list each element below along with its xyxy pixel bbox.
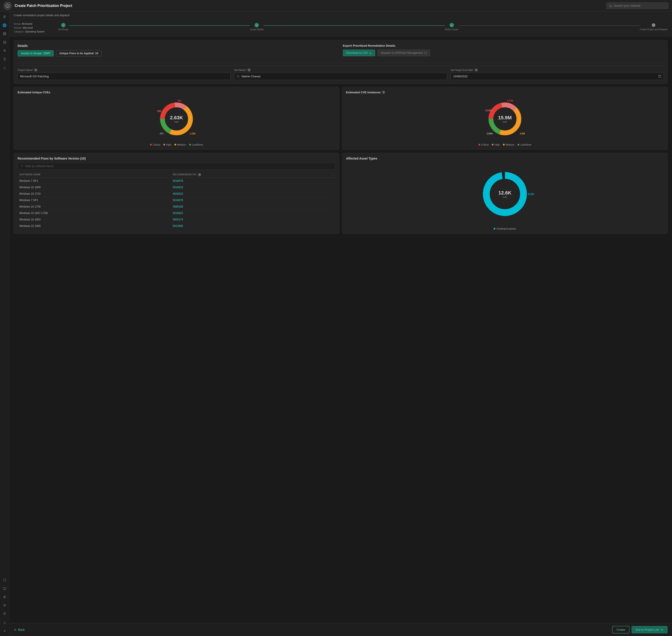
step-label-4: Create Project and Dispatch	[640, 28, 668, 31]
filter-icon	[20, 165, 23, 167]
sidebar-icon-dashboard[interactable]	[1, 30, 8, 37]
download-csv-button[interactable]: Download as CSV	[343, 49, 375, 56]
legend-label-medium: Medium	[177, 143, 186, 146]
inst-label-critical-text: Critical	[481, 143, 489, 146]
fix-link-cell[interactable]: 4520010	[171, 191, 335, 197]
end-date-input[interactable]: 10/08/2022	[451, 73, 664, 80]
sidebar-icon-monitor[interactable]	[1, 585, 8, 592]
sidebar-icon-menu[interactable]: ≡	[1, 627, 8, 634]
cve-instances-info-icon[interactable]: i	[382, 91, 385, 94]
project-name-input[interactable]: Microsoft OS Patching	[18, 73, 231, 80]
sidebar-icon-grid[interactable]	[1, 39, 8, 46]
cve-instances-total: 15.9M	[498, 115, 512, 120]
calendar-icon[interactable]	[658, 75, 661, 78]
group-value: All Assets	[22, 22, 33, 25]
svg-point-18	[5, 43, 6, 43]
search-icon	[609, 4, 612, 7]
project-name-info-icon[interactable]: i	[34, 68, 37, 72]
col-recommended-fix: RECOMMENDED FIX i ⋮	[171, 172, 335, 178]
sidebar-icon-list[interactable]: ☰	[1, 56, 8, 63]
table-row: Windows 10 1909 5013945	[18, 223, 335, 229]
page-footer: Back Create Exit to Project List	[9, 623, 672, 636]
step-create-dispatch[interactable]: Create Project and Dispatch	[640, 23, 668, 31]
download-icon	[369, 52, 372, 54]
step-scope-details[interactable]: ✓ Scope Details	[250, 23, 264, 31]
fix-link-cell[interactable]: 5016622	[171, 210, 335, 216]
badge-row: Assets in Scope: 12607 Unique Fixes to b…	[18, 50, 338, 56]
top-header: Create Patch Prioritization Project Sear…	[0, 0, 672, 12]
svg-point-17	[4, 43, 5, 43]
asset-label-desktops-text: Desktops/Laptops	[496, 227, 516, 230]
fix-link-cell[interactable]: 4580328	[171, 203, 335, 210]
inst-legend-high: High	[492, 143, 500, 146]
content-area: Create remediation project details and d…	[9, 12, 672, 636]
owner-info-icon[interactable]: i	[248, 68, 251, 72]
back-label: Back	[18, 628, 25, 631]
search-bar[interactable]: Search your network	[606, 2, 669, 9]
legend-dot-medium	[175, 144, 176, 145]
unique-cves-donut: 2.63K total 603 336 474 1.22K	[18, 97, 335, 146]
fix-link-cell[interactable]: 5013945	[171, 223, 335, 229]
sidebar-icon-apps[interactable]: ⊞	[1, 593, 8, 600]
fix-link-cell[interactable]: 5016676	[171, 197, 335, 203]
unique-cves-center: 2.63K total	[170, 115, 183, 123]
owner-input[interactable]: Valerie Chavez	[234, 73, 447, 80]
svg-rect-9	[3, 34, 4, 35]
fix-link-cell[interactable]: 5016679	[171, 178, 335, 184]
inst-label-high: 2.63M	[485, 109, 492, 112]
create-button[interactable]: Create	[612, 626, 629, 633]
category-value: Operating System	[25, 30, 45, 33]
charts-row: Estimated Unique CVEs	[14, 87, 668, 150]
fixes-badge: Unique Fixes to be Applied: 10	[56, 50, 101, 56]
step-circle-2: ✓	[254, 23, 259, 27]
sidebar-icon-alert[interactable]: △	[1, 64, 8, 71]
exit-button[interactable]: Exit to Project List	[632, 626, 668, 633]
back-button[interactable]: Back	[14, 628, 25, 631]
end-date-info-icon[interactable]: i	[475, 68, 478, 72]
step-line-3	[458, 25, 640, 26]
sidebar-icon-warning[interactable]: △	[1, 619, 8, 626]
export-buttons: Download as CSV Dispatch to API/Patch Ma…	[343, 49, 664, 56]
app-logo	[3, 2, 12, 10]
step-refine-scope[interactable]: ✓ Refine Scope	[445, 23, 458, 31]
details-top: Details Assets in Scope: 12607 Unique Fi…	[18, 44, 664, 60]
filter-bar[interactable]: Filter by Software Name	[18, 163, 335, 170]
fix-link-cell[interactable]: 5016623	[171, 184, 335, 191]
affected-assets-donut-container: 12.6K total 12.6K Desktops/Laptops	[346, 163, 664, 230]
svg-line-5	[611, 6, 612, 7]
sidebar-icon-settings[interactable]: ⚙	[1, 47, 8, 54]
cve-instances-donut-wrap: 15.9M total 3.37M 2.63M 3.09M 6.8M	[485, 99, 525, 139]
fix-col-info-icon[interactable]: i	[198, 173, 201, 176]
svg-rect-19	[3, 587, 6, 589]
step-label-1: Set Scope	[58, 28, 68, 31]
sidebar-icon-gear[interactable]: ⚙	[1, 602, 8, 609]
assets-badge: Assets in Scope: 12607	[18, 50, 54, 56]
affected-assets-total-label: total	[498, 196, 512, 198]
svg-point-4	[610, 4, 612, 6]
unique-cves-legend: Critical High Medium	[150, 143, 203, 146]
software-name-cell: Windows 10 1909	[18, 223, 171, 229]
step-label-2: Scope Details	[250, 28, 264, 31]
cve-instances-donut: 15.9M total 3.37M 2.63M 3.09M 6.8M Crit	[346, 97, 664, 146]
sidebar-icon-shield[interactable]	[1, 576, 8, 583]
fix-link-cell[interactable]: 5003174	[171, 216, 335, 223]
inst-legend-medium: Medium	[503, 143, 514, 146]
inst-label-medium-text: Medium	[506, 143, 514, 146]
fix-col-menu-icon[interactable]: ⋮	[331, 173, 334, 176]
software-name-cell: Windows 10 1803	[18, 216, 171, 223]
svg-point-15	[5, 42, 6, 42]
dispatch-button[interactable]: Dispatch to API/Patch Management	[377, 49, 430, 56]
fixes-title: Recommended Fixes by Software Version (1…	[18, 157, 335, 160]
cve-label-high: 336	[157, 110, 161, 113]
steps-row: ✓ Set Scope ✓ Scope Details ✓ Refine Sco…	[58, 23, 668, 31]
vendor-value: Microsoft	[23, 26, 33, 29]
sidebar-icon-clock[interactable]: ⏱	[1, 13, 8, 20]
sidebar-icon-globe[interactable]: 🌐	[1, 22, 8, 29]
svg-point-24	[237, 75, 239, 77]
sidebar-icon-reports[interactable]: ☰	[1, 610, 8, 617]
step-set-scope[interactable]: ✓ Set Scope	[58, 23, 68, 31]
legend-critical: Critical	[150, 143, 160, 146]
details-right: Export Prioritized Remediation Details D…	[343, 44, 664, 56]
affected-assets-total: 12.6K	[498, 190, 512, 196]
table-row: Windows 10 1709 4580328	[18, 203, 335, 210]
